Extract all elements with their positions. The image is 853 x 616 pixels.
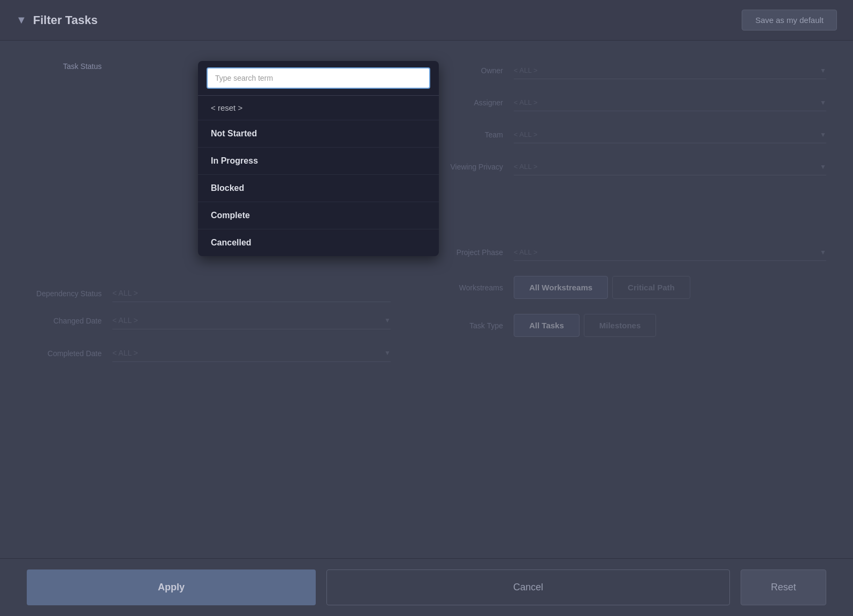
- completed-date-arrow: ▼: [384, 349, 391, 357]
- changed-date-control[interactable]: < ALL > ▼: [112, 312, 391, 329]
- assigner-arrow: ▼: [820, 99, 826, 106]
- footer: Apply Cancel Reset: [0, 558, 853, 616]
- workstreams-critical-button[interactable]: Critical Path: [612, 276, 690, 299]
- workstreams-row: Workstreams All Workstreams Critical Pat…: [423, 276, 826, 299]
- owner-value: < ALL >: [514, 66, 537, 74]
- dependency-status-label: Dependency Status: [27, 289, 112, 298]
- task-type-label: Task Type: [423, 321, 514, 330]
- team-value: < ALL >: [514, 130, 537, 138]
- workstreams-toggle-group: All Workstreams Critical Path: [514, 276, 690, 299]
- right-panel: Owner < ALL > ▼ Assigner < ALL > ▼ Team …: [391, 62, 826, 377]
- project-phase-value: < ALL >: [514, 248, 537, 256]
- task-type-all-button[interactable]: All Tasks: [514, 314, 580, 337]
- dropdown-search-container: [198, 61, 439, 96]
- viewing-privacy-control[interactable]: < ALL > ▼: [514, 158, 826, 175]
- changed-date-row: Changed Date < ALL > ▼: [27, 312, 391, 329]
- viewing-privacy-arrow: ▼: [820, 163, 826, 171]
- dropdown-item-complete[interactable]: Complete: [198, 202, 439, 229]
- dependency-status-value: < ALL >: [112, 289, 138, 297]
- task-status-label: Task Status: [27, 62, 112, 71]
- project-phase-arrow: ▼: [820, 249, 826, 256]
- viewing-privacy-row: Viewing Privacy < ALL > ▼: [423, 158, 826, 175]
- completed-date-row: Completed Date < ALL > ▼: [27, 344, 391, 362]
- cancel-button[interactable]: Cancel: [326, 569, 730, 605]
- team-control[interactable]: < ALL > ▼: [514, 126, 826, 143]
- assigner-value: < ALL >: [514, 98, 537, 106]
- assigner-row: Assigner < ALL > ▼: [423, 94, 826, 111]
- task-type-row: Task Type All Tasks Milestones: [423, 314, 826, 337]
- task-type-toggle-group: All Tasks Milestones: [514, 314, 656, 337]
- header-left: ▼ Filter Tasks: [16, 13, 97, 27]
- task-status-dropdown: < reset > Not Started In Progress Blocke…: [198, 61, 439, 256]
- dropdown-search-input[interactable]: [207, 67, 430, 89]
- dropdown-item-not-started[interactable]: Not Started: [198, 120, 439, 148]
- completed-date-label: Completed Date: [27, 349, 112, 358]
- main-content: Task Status < reset > Not Started In Pro…: [0, 41, 853, 393]
- left-panel: Task Status < reset > Not Started In Pro…: [27, 62, 391, 377]
- changed-date-arrow: ▼: [384, 317, 391, 324]
- dropdown-item-in-progress[interactable]: In Progress: [198, 148, 439, 175]
- completed-date-control[interactable]: < ALL > ▼: [112, 344, 391, 362]
- owner-control[interactable]: < ALL > ▼: [514, 62, 826, 79]
- task-type-milestones-button[interactable]: Milestones: [584, 314, 657, 337]
- dependency-status-control[interactable]: < ALL >: [112, 284, 391, 302]
- task-status-row: Task Status < reset > Not Started In Pro…: [27, 62, 391, 71]
- header: ▼ Filter Tasks Save as my default: [0, 0, 853, 41]
- changed-date-value: < ALL >: [112, 316, 138, 325]
- dependency-status-row: Dependency Status < ALL >: [27, 284, 391, 302]
- filter-icon: ▼: [16, 14, 27, 26]
- completed-date-value: < ALL >: [112, 349, 138, 357]
- project-phase-control[interactable]: < ALL > ▼: [514, 244, 826, 261]
- reset-button[interactable]: Reset: [741, 569, 826, 605]
- team-arrow: ▼: [820, 131, 826, 138]
- changed-date-label: Changed Date: [27, 317, 112, 325]
- team-row: Team < ALL > ▼: [423, 126, 826, 143]
- assigner-control[interactable]: < ALL > ▼: [514, 94, 826, 111]
- owner-row: Owner < ALL > ▼: [423, 62, 826, 79]
- save-default-button[interactable]: Save as my default: [742, 10, 837, 30]
- workstreams-all-button[interactable]: All Workstreams: [514, 276, 608, 299]
- dropdown-reset-item[interactable]: < reset >: [198, 96, 439, 120]
- workstreams-label: Workstreams: [423, 283, 514, 292]
- page-title: Filter Tasks: [33, 13, 98, 27]
- dropdown-item-cancelled[interactable]: Cancelled: [198, 229, 439, 256]
- project-phase-row: Project Phase < ALL > ▼: [423, 244, 826, 261]
- owner-arrow: ▼: [820, 67, 826, 74]
- dropdown-item-blocked[interactable]: Blocked: [198, 175, 439, 202]
- apply-button[interactable]: Apply: [27, 569, 316, 605]
- viewing-privacy-value: < ALL >: [514, 163, 537, 171]
